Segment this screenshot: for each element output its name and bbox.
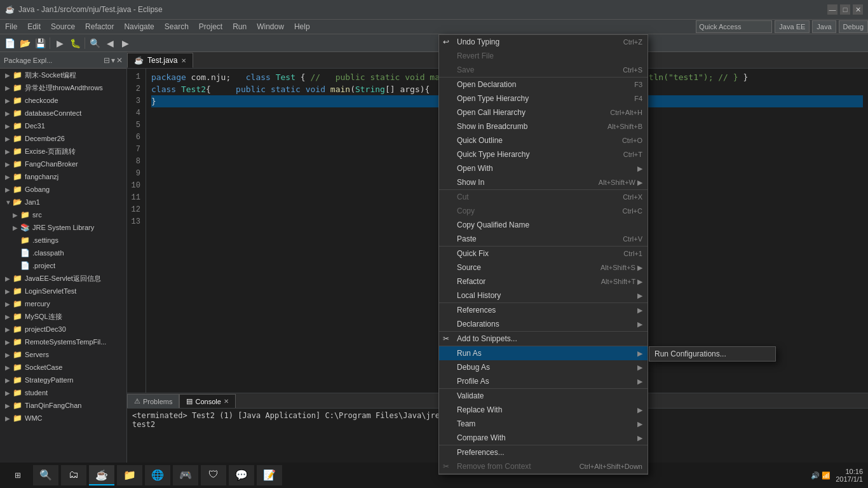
submenu-arrow-icon: ▶ — [637, 406, 642, 414]
ctx-add-snippets[interactable]: ✂ Add to Snippets... — [439, 332, 648, 346]
ctx-refactor-label: Refactor — [457, 277, 485, 286]
submenu-arrow-icon: ▶ — [637, 306, 642, 315]
ctx-show-breadcrumb-shortcut: Alt+Shift+B — [607, 123, 642, 130]
ctx-remove-from-context-label: Remove from Context — [457, 462, 531, 471]
ctx-show-breadcrumb-label: Show in Breadcrumb — [457, 122, 527, 131]
ctx-refactor[interactable]: Refactor Alt+Shift+T ▶ — [439, 274, 648, 288]
submenu-arrow-icon: ▶ — [637, 292, 642, 300]
ctx-open-with[interactable]: Open With ▶ — [439, 161, 648, 175]
context-menu-section-4: Quick Fix Ctrl+1 Source Alt+Shift+S ▶ Re… — [439, 247, 648, 303]
undo-icon: ↩ — [443, 37, 449, 46]
ctx-open-call-hierarchy-label: Open Call Hierarchy — [457, 108, 526, 117]
ctx-declarations-label: Declarations — [457, 320, 499, 329]
ctx-open-call-hierarchy[interactable]: Open Call Hierarchy Ctrl+Alt+H — [439, 105, 648, 119]
ctx-save: Save Ctrl+S — [439, 63, 648, 77]
ctx-copy-qualified-name-label: Copy Qualified Name — [457, 220, 529, 229]
context-menu-section-6: ✂ Add to Snippets... — [439, 332, 648, 346]
ctx-copy: Copy Ctrl+C — [439, 204, 648, 218]
ctx-remove-shortcut: Ctrl+Alt+Shift+Down — [580, 463, 642, 470]
submenu-run-configurations[interactable]: Run Configurations... — [649, 347, 775, 361]
submenu-arrow-icon: ▶ — [637, 165, 642, 173]
ctx-quick-type-hierarchy-label: Quick Type Hierarchy — [457, 150, 530, 159]
submenu-arrow-icon: ▶ — [637, 349, 642, 358]
ctx-copy-shortcut: Ctrl+C — [623, 207, 642, 215]
ctx-add-snippets-label: Add to Snippets... — [457, 334, 517, 343]
ctx-validate[interactable]: Validate — [439, 389, 648, 403]
ctx-local-history[interactable]: Local History ▶ — [439, 288, 648, 302]
ctx-team-label: Team — [457, 419, 475, 428]
context-menu-section-9: Preferences... ✂ Remove from Context Ctr… — [439, 445, 648, 474]
ctx-quick-type-hierarchy-shortcut: Ctrl+T — [623, 151, 642, 158]
ctx-paste-label: Paste — [457, 234, 477, 243]
ctx-open-type-hierarchy-shortcut: F4 — [634, 95, 642, 102]
context-menu-section-5: References ▶ Declarations ▶ — [439, 303, 648, 332]
context-menu[interactable]: ↩ Undo Typing Ctrl+Z Revert File Save Ct… — [438, 34, 648, 475]
ctx-open-call-hierarchy-shortcut: Ctrl+Alt+H — [610, 109, 642, 116]
context-menu-section-1: ↩ Undo Typing Ctrl+Z Revert File Save Ct… — [439, 35, 648, 78]
ctx-debug-as-label: Debug As — [457, 363, 490, 372]
ctx-undo-shortcut: Ctrl+Z — [623, 38, 642, 46]
ctx-run-as[interactable]: Run As ▶ Run Configurations... — [439, 346, 648, 360]
ctx-revert-label: Revert File — [457, 51, 494, 60]
ctx-show-in-label: Show In — [457, 178, 484, 187]
ctx-save-label: Save — [457, 65, 474, 74]
ctx-quick-outline-label: Quick Outline — [457, 136, 503, 145]
ctx-show-in-shortcut: Alt+Shift+W ▶ — [599, 179, 642, 187]
ctx-remove-from-context: ✂ Remove from Context Ctrl+Alt+Shift+Dow… — [439, 459, 648, 473]
ctx-paste-shortcut: Ctrl+V — [623, 235, 642, 243]
ctx-save-shortcut: Ctrl+S — [623, 66, 642, 74]
ctx-compare-with[interactable]: Compare With ▶ — [439, 431, 648, 445]
run-as-submenu[interactable]: Run Configurations... — [649, 346, 776, 362]
ctx-undo[interactable]: ↩ Undo Typing Ctrl+Z — [439, 35, 648, 49]
ctx-open-declaration[interactable]: Open Declaration F3 — [439, 78, 648, 92]
ctx-declarations[interactable]: Declarations ▶ — [439, 317, 648, 331]
ctx-show-in[interactable]: Show In Alt+Shift+W ▶ — [439, 175, 648, 189]
ctx-debug-as[interactable]: Debug As ▶ — [439, 360, 648, 374]
ctx-replace-with[interactable]: Replace With ▶ — [439, 403, 648, 417]
submenu-arrow-icon: ▶ — [637, 420, 642, 428]
context-menu-section-8: Validate Replace With ▶ Team ▶ Compare W… — [439, 389, 648, 445]
ctx-show-breadcrumb[interactable]: Show in Breadcrumb Alt+Shift+B — [439, 119, 648, 133]
ctx-source-label: Source — [457, 263, 481, 272]
ctx-source-shortcut: Alt+Shift+S ▶ — [600, 264, 642, 272]
run-configurations-label: Run Configurations... — [654, 349, 726, 358]
ctx-copy-qualified-name[interactable]: Copy Qualified Name — [439, 218, 648, 232]
remove-from-context-icon: ✂ — [443, 462, 449, 471]
ctx-preferences-label: Preferences... — [457, 448, 505, 457]
context-menu-section-3: Cut Ctrl+X Copy Ctrl+C Copy Qualified Na… — [439, 190, 648, 247]
ctx-cut: Cut Ctrl+X — [439, 190, 648, 204]
context-menu-overlay[interactable]: ↩ Undo Typing Ctrl+Z Revert File Save Ct… — [0, 0, 868, 488]
ctx-open-type-hierarchy-label: Open Type Hierarchy — [457, 94, 529, 103]
context-menu-section-7: Run As ▶ Run Configurations... Debug As … — [439, 346, 648, 389]
ctx-compare-with-label: Compare With — [457, 433, 506, 442]
ctx-source[interactable]: Source Alt+Shift+S ▶ — [439, 261, 648, 274]
ctx-quick-outline[interactable]: Quick Outline Ctrl+O — [439, 133, 648, 147]
ctx-open-with-label: Open With — [457, 164, 493, 173]
ctx-preferences[interactable]: Preferences... — [439, 445, 648, 459]
ctx-references-label: References — [457, 306, 496, 315]
ctx-quick-type-hierarchy[interactable]: Quick Type Hierarchy Ctrl+T — [439, 147, 648, 161]
ctx-replace-with-label: Replace With — [457, 405, 502, 414]
ctx-validate-label: Validate — [457, 391, 484, 400]
ctx-cut-label: Cut — [457, 193, 469, 201]
ctx-references[interactable]: References ▶ — [439, 303, 648, 317]
snippets-icon: ✂ — [443, 334, 449, 343]
ctx-quick-fix-shortcut: Ctrl+1 — [623, 250, 642, 257]
submenu-arrow-icon: ▶ — [637, 363, 642, 372]
ctx-profile-as-label: Profile As — [457, 377, 489, 386]
submenu-arrow-icon: ▶ — [637, 434, 642, 442]
ctx-paste[interactable]: Paste Ctrl+V — [439, 232, 648, 246]
ctx-run-as-label: Run As — [457, 349, 482, 358]
ctx-open-type-hierarchy[interactable]: Open Type Hierarchy F4 — [439, 92, 648, 105]
submenu-arrow-icon: ▶ — [637, 377, 642, 386]
ctx-quick-outline-shortcut: Ctrl+O — [622, 137, 642, 144]
ctx-refactor-shortcut: Alt+Shift+T ▶ — [601, 278, 642, 286]
ctx-revert: Revert File — [439, 49, 648, 63]
submenu-arrow-icon: ▶ — [637, 320, 642, 329]
ctx-profile-as[interactable]: Profile As ▶ — [439, 374, 648, 388]
ctx-quick-fix-label: Quick Fix — [457, 249, 489, 258]
ctx-undo-label: Undo Typing — [457, 37, 499, 46]
ctx-team[interactable]: Team ▶ — [439, 417, 648, 431]
ctx-quick-fix[interactable]: Quick Fix Ctrl+1 — [439, 247, 648, 261]
ctx-open-declaration-label: Open Declaration — [457, 80, 516, 89]
